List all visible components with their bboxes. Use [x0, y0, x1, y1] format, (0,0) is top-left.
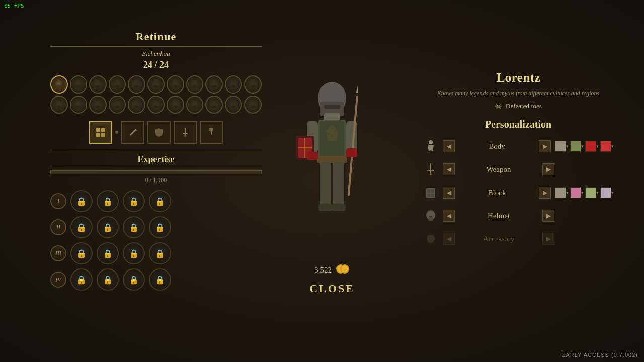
weapon-row: ◀ Weapon ▶	[423, 159, 614, 179]
filter-axe-button[interactable]	[200, 121, 223, 144]
filter-all-button[interactable]	[89, 121, 112, 144]
avatar-slot[interactable]	[147, 96, 165, 114]
avatar-slot[interactable]	[50, 96, 68, 114]
lock-icon: 🔒	[103, 275, 113, 285]
skill-row-III: III 🔒 🔒 🔒 🔒	[50, 242, 262, 264]
skill-slot[interactable]: 🔒	[97, 242, 119, 264]
body-swatch-1[interactable]	[555, 141, 566, 152]
svg-rect-10	[135, 85, 138, 88]
avatar-slot[interactable]	[89, 96, 107, 114]
block-swatch-3[interactable]	[585, 187, 596, 198]
xp-bar-background	[50, 170, 262, 174]
block-swatch-4[interactable]	[600, 187, 611, 198]
body-swatch-1-arrow[interactable]: ▾	[566, 144, 569, 149]
filter-separator	[115, 131, 118, 134]
svg-rect-36	[174, 106, 177, 108]
body-prev-button[interactable]: ◀	[443, 140, 455, 152]
skill-slot[interactable]: 🔒	[70, 242, 93, 264]
block-next-button[interactable]: ▶	[539, 187, 551, 199]
svg-rect-24	[57, 106, 61, 108]
weapon-next-button[interactable]: ▶	[542, 163, 554, 175]
avatar-slot[interactable]	[225, 96, 243, 114]
avatar-slot[interactable]	[186, 96, 204, 114]
skill-slot[interactable]: 🔒	[123, 268, 145, 291]
skill-slot[interactable]: 🔒	[123, 190, 145, 212]
filter-armor-button[interactable]	[147, 121, 171, 144]
avatar-slot[interactable]	[244, 96, 262, 114]
svg-rect-28	[96, 106, 100, 108]
avatar-slot[interactable]	[186, 75, 204, 94]
skill-slot[interactable]: 🔒	[149, 190, 171, 212]
defeated-label: Defeated foes	[506, 102, 542, 110]
helmet-prev-button[interactable]: ◀	[443, 210, 455, 222]
avatar-slot[interactable]	[70, 75, 88, 94]
svg-rect-49	[130, 129, 136, 136]
body-swatch-2[interactable]	[570, 141, 581, 152]
skill-slot[interactable]: 🔒	[149, 268, 171, 291]
avatar-grid	[50, 75, 262, 114]
skill-slot[interactable]: 🔒	[70, 216, 93, 238]
skill-slot[interactable]: 🔒	[97, 190, 119, 212]
avatar-slot[interactable]	[70, 96, 88, 114]
block-swatch-4-arrow[interactable]: ▾	[611, 190, 614, 195]
block-swatch-1-arrow[interactable]: ▾	[566, 190, 569, 195]
character-description: Knows many legends and myths from differ…	[423, 89, 614, 97]
helmet-next-button[interactable]: ▶	[542, 210, 554, 222]
svg-rect-47	[96, 133, 100, 137]
left-panel: Retinue Eichenhau 24 / 24	[50, 30, 262, 291]
avatar-slot[interactable]	[205, 75, 223, 94]
weapon-prev-button[interactable]: ◀	[443, 163, 455, 175]
skill-slot[interactable]: 🔒	[123, 242, 145, 264]
block-swatch-1[interactable]	[555, 187, 566, 198]
skill-slot[interactable]: 🔒	[70, 190, 93, 212]
body-swatch-3[interactable]	[585, 141, 596, 152]
close-button[interactable]: CLOSE	[309, 282, 355, 295]
filter-weapon-button[interactable]	[121, 121, 144, 144]
skill-slot[interactable]: 🔒	[97, 268, 119, 291]
accessory-prev-button[interactable]: ◀	[443, 233, 455, 245]
svg-rect-30	[115, 106, 119, 108]
avatar-slot[interactable]	[109, 75, 126, 94]
svg-point-53	[184, 135, 186, 137]
skill-slot[interactable]: 🔒	[149, 242, 171, 264]
avatar-slot[interactable]	[109, 96, 126, 114]
avatar-slot[interactable]	[167, 96, 184, 114]
avatar-slot[interactable]	[50, 75, 68, 94]
svg-rect-26	[76, 106, 80, 108]
divider-expertise	[50, 152, 262, 152]
avatar-slot[interactable]	[147, 75, 165, 94]
right-panel: Lorentz Knows many legends and myths fro…	[423, 70, 614, 249]
svg-rect-88	[430, 163, 431, 173]
block-swatch-4-container: ▾	[600, 187, 614, 198]
svg-rect-1	[57, 85, 61, 88]
filter-sword-button[interactable]	[174, 121, 197, 144]
avatar-slot[interactable]	[128, 96, 145, 114]
tier-label-I: I	[50, 193, 66, 209]
svg-rect-8	[115, 85, 119, 88]
member-count: 24 / 24	[50, 60, 262, 70]
skill-slot[interactable]: 🔒	[123, 216, 145, 238]
block-swatch-2[interactable]	[570, 187, 581, 198]
avatar-slot[interactable]	[225, 75, 243, 94]
body-swatch-4[interactable]	[600, 141, 611, 152]
block-icon	[423, 185, 439, 201]
skill-slot[interactable]: 🔒	[70, 268, 93, 291]
svg-rect-12	[154, 85, 157, 88]
body-swatch-2-arrow[interactable]: ▾	[581, 144, 584, 149]
lock-icon: 🔒	[103, 197, 113, 206]
block-swatch-3-arrow[interactable]: ▾	[596, 190, 599, 195]
svg-rect-6	[96, 85, 100, 88]
avatar-slot[interactable]	[167, 75, 184, 94]
block-swatch-2-arrow[interactable]: ▾	[581, 190, 584, 195]
skill-slot[interactable]: 🔒	[97, 216, 119, 238]
skill-slot[interactable]: 🔒	[149, 216, 171, 238]
body-swatch-4-arrow[interactable]: ▾	[611, 144, 614, 149]
body-next-button[interactable]: ▶	[539, 140, 551, 152]
avatar-slot[interactable]	[244, 75, 262, 94]
avatar-slot[interactable]	[128, 75, 145, 94]
block-prev-button[interactable]: ◀	[443, 187, 455, 199]
body-swatch-3-arrow[interactable]: ▾	[596, 144, 599, 149]
accessory-next-button[interactable]: ▶	[542, 233, 554, 245]
avatar-slot[interactable]	[205, 96, 223, 114]
avatar-slot[interactable]	[89, 75, 107, 94]
